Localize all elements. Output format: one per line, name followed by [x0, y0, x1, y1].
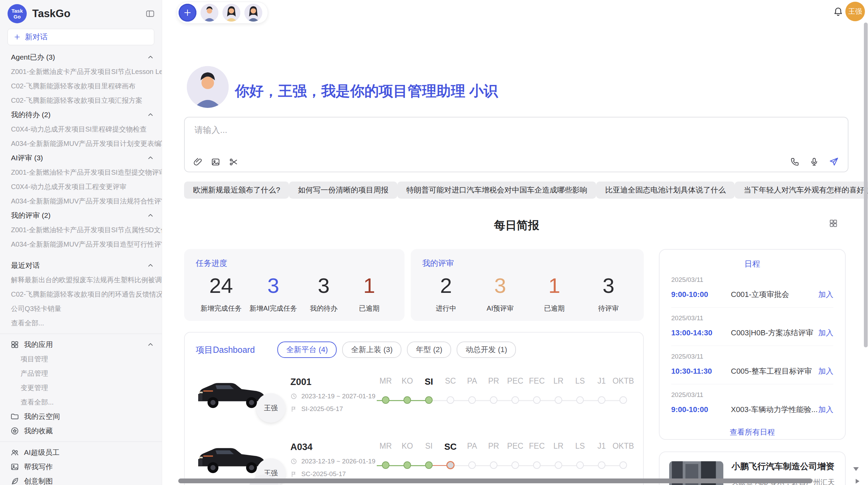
app-sub-item[interactable]: 项目管理	[0, 352, 162, 366]
sidebar-section-2[interactable]: AI评审 (3)	[0, 151, 162, 165]
send-icon[interactable]	[829, 157, 839, 167]
notifications-bell-icon[interactable]	[833, 7, 843, 17]
attach-file-icon[interactable]	[193, 157, 203, 167]
project-info: Z0012023-12-19 ~ 2027-01-19SI-2025-05-17	[290, 377, 377, 413]
stat-label: AI预评审	[481, 304, 519, 313]
milestone-label: PA	[467, 442, 477, 451]
project-date-range: 2023-12-19 ~ 2026-01-19	[301, 458, 375, 465]
horizontal-scrollbar-thumb[interactable]	[178, 478, 812, 483]
my-apps-label: 我的应用	[24, 340, 142, 349]
sidebar-task-item[interactable]: Z001-全新燃油皮卡产品开发项目SI节点Lesson Learn报告	[0, 64, 162, 79]
schedule-event-title: C005-整车工程目标评审	[723, 366, 818, 376]
sidebar-tool-link[interactable]: 创意制图	[0, 474, 162, 485]
recent-view-all-link[interactable]: 查看全部...	[0, 316, 162, 330]
schedule-item[interactable]: 2025/03/1113:00-14:30C003|H0B-方案冻结评审加入	[671, 308, 833, 346]
join-meeting-link[interactable]: 加入	[818, 366, 833, 376]
chat-input-card	[184, 117, 848, 172]
sidebar-task-item[interactable]: A034-全新新能源MUV产品开发项目法规符合性评审	[0, 194, 162, 208]
milestone-dot-todo	[490, 396, 497, 404]
add-agent-button[interactable]	[179, 4, 196, 22]
recent-chat-item[interactable]: C02-飞腾新能源轻客改款项目的闭环通告反馈情况	[0, 287, 162, 301]
milestone-dot-done	[382, 461, 389, 469]
sidebar-task-item[interactable]: Z001-全新燃油轻卡产品开发项目SI节点属性5D文件评审	[0, 223, 162, 237]
stat-label: 已逾期	[350, 304, 388, 313]
sidebar-task-item[interactable]: C02-飞腾新能源轻客改款项目里程碑画布	[0, 79, 162, 93]
milestone-dot-todo	[511, 396, 519, 404]
milestone-label: FEC	[529, 442, 545, 451]
agent-avatar-2[interactable]	[222, 4, 240, 22]
schedule-event-title: X003-车辆动力学性能验...	[723, 405, 818, 415]
voice-call-icon[interactable]	[790, 157, 800, 166]
sidebar-task-item[interactable]: C0X4-动力总成开发项目SI里程碑提交物检查	[0, 122, 162, 136]
schedule-event-title: C001-立项审批会	[723, 289, 818, 300]
snippet-scissors-icon[interactable]	[229, 157, 238, 167]
star-circle-icon	[10, 426, 19, 435]
sidebar-section-1[interactable]: 我的待办 (2)	[0, 108, 162, 122]
suggestion-chip[interactable]: 当下年轻人对汽车外观有怎样的喜好趋势	[735, 182, 868, 199]
sidebar-tool-link[interactable]: 帮我写作	[0, 460, 162, 474]
project-row[interactable]: 王强Z0012023-12-19 ~ 2027-01-19SI-2025-05-…	[185, 366, 643, 423]
project-date-range: 2023-12-19 ~ 2027-01-19	[301, 393, 375, 400]
user-avatar[interactable]: 王强	[845, 2, 865, 21]
sidebar-tool-link[interactable]: AI超级员工	[0, 445, 162, 460]
suggestion-chip[interactable]: 比亚迪全固态电池计划具体说了什么	[596, 182, 735, 199]
recent-chat-item[interactable]: 公司Q3轻卡销量	[0, 301, 162, 316]
schedule-item[interactable]: 2025/03/119:00-10:00X003-车辆动力学性能验...加入	[671, 384, 833, 422]
view-all-schedule-link[interactable]: 查看所有日程	[671, 422, 833, 442]
sidebar-my-apps[interactable]: 我的应用	[0, 337, 162, 352]
new-chat-button[interactable]: 新对话	[8, 29, 154, 45]
sidebar-task-item[interactable]: A034-全新新能源MUV产品开发项目造型可行性评审	[0, 237, 162, 251]
input-tools-left	[193, 157, 238, 167]
dashboard-filter-pill[interactable]: 全新上装 (3)	[342, 341, 401, 358]
dashboard-filter-pill[interactable]: 动总开发 (1)	[457, 341, 516, 358]
join-meeting-link[interactable]: 加入	[818, 289, 833, 300]
project-flag: SC-2025-05-17	[290, 470, 377, 478]
sidebar-link[interactable]: 我的云空间	[0, 409, 162, 424]
join-meeting-link[interactable]: 加入	[818, 405, 833, 415]
sidebar-section-3[interactable]: 我的评审 (2)	[0, 208, 162, 223]
milestone-dot-todo	[576, 396, 584, 404]
recent-chat-item[interactable]: 解释最新出台的欧盟报废车法规再生塑料比例被调至15%...	[0, 273, 162, 287]
sidebar-section-1-label: 我的待办 (2)	[11, 110, 51, 120]
briefing-layout-icon[interactable]	[829, 219, 838, 228]
join-meeting-link[interactable]: 加入	[818, 328, 833, 338]
microphone-icon[interactable]	[809, 157, 819, 166]
milestone-label: PR	[488, 442, 499, 451]
milestone-dot-overdue	[446, 461, 455, 469]
scroll-right-arrow[interactable]	[856, 479, 859, 484]
sidebar: Task Go TaskGo 新对话 Agent已办 (3)Z001-全新燃油皮…	[0, 0, 162, 485]
sidebar-task-item[interactable]: C0X4-动力总成开发项目工程变更评审	[0, 179, 162, 194]
app-sub-item[interactable]: 变更管理	[0, 381, 162, 395]
sidebar-section-recent[interactable]: 最近对话	[0, 258, 162, 273]
suggestion-chip[interactable]: 欧洲新规最近颁布了什么?	[184, 182, 289, 199]
dashboard-filter-pill[interactable]: 年型 (2)	[407, 341, 451, 358]
sidebar-task-item[interactable]: A034-全新新能源MUV产品开发项目计划变更表编写	[0, 136, 162, 151]
milestone-dot-todo	[447, 396, 454, 404]
dashboard-filter-pill[interactable]: 全新平台 (4)	[277, 341, 337, 358]
scroll-down-arrow[interactable]	[853, 467, 859, 471]
clock-icon	[290, 458, 297, 465]
sidebar-section-0[interactable]: Agent已办 (3)	[0, 50, 162, 64]
agent-avatar-1[interactable]	[201, 4, 218, 22]
sidebar-task-item[interactable]: Z001-全新燃油轻卡产品开发项目SI造型提交物评审	[0, 165, 162, 179]
sidebar-link[interactable]: 我的收藏	[0, 424, 162, 438]
people-icon	[10, 448, 19, 457]
vertical-scrollbar-thumb[interactable]	[864, 23, 868, 347]
schedule-item[interactable]: 2025/03/119:00-10:00C001-立项审批会加入	[671, 269, 833, 308]
app-sub-item[interactable]: 查看全部...	[0, 395, 162, 409]
suggestion-chip[interactable]: 如何写一份清晰的项目周报	[289, 182, 397, 199]
milestone-dot-todo	[468, 396, 476, 404]
agent-switcher	[177, 2, 268, 24]
schedule-item[interactable]: 2025/03/1110:30-11:30C005-整车工程目标评审加入	[671, 346, 833, 384]
agent-avatar-3[interactable]	[244, 4, 262, 22]
collapse-sidebar-icon[interactable]	[145, 9, 155, 18]
sidebar-task-item[interactable]: C02-飞腾新能源轻客改款项目立项汇报方案	[0, 93, 162, 108]
schedule-date: 2025/03/11	[671, 391, 833, 399]
insert-image-icon[interactable]	[211, 157, 220, 167]
photo-icon	[10, 462, 19, 471]
app-sub-item[interactable]: 产品管理	[0, 366, 162, 381]
project-row[interactable]: 王强A0342023-12-19 ~ 2026-01-19SC-2025-05-…	[185, 431, 643, 485]
milestone-dot-done	[425, 461, 433, 469]
chat-input[interactable]	[194, 124, 778, 149]
suggestion-chip[interactable]: 特朗普可能对进口汽车增税会对中国车企造成哪些影响	[397, 182, 596, 199]
